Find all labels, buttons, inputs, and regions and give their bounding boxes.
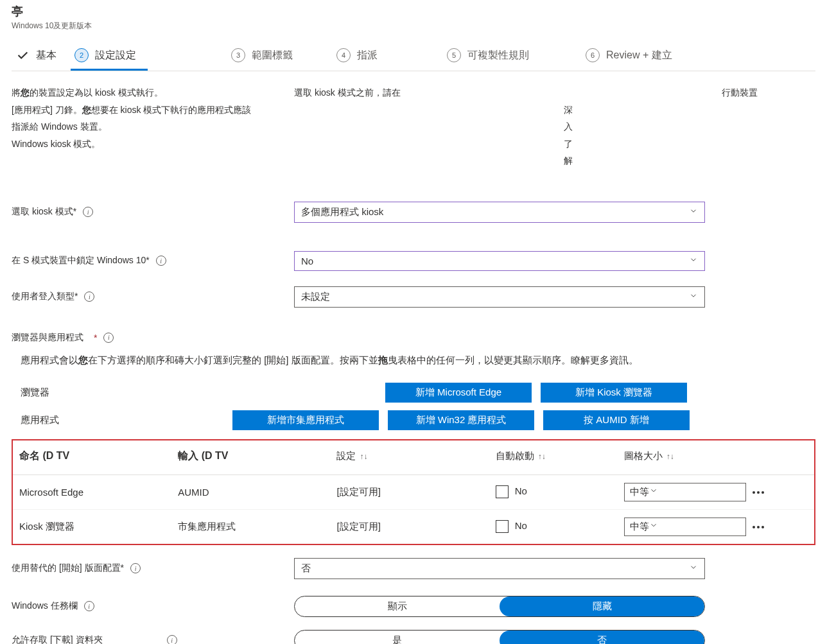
col-header-autostart[interactable]: 自動啟動↑↓ [489, 440, 618, 475]
info-icon[interactable]: i [103, 333, 114, 343]
select-value: 未設定 [301, 291, 330, 302]
col-header-settings[interactable]: 設定↑↓ [330, 440, 489, 475]
cell-autostart: No [489, 474, 618, 509]
apps-button-row: 應用程式 新增市集應用程式 新增 Win32 應用程式 按 AUMID 新增 [12, 410, 815, 430]
desc-part: 曳表格中的任何一列，以變更其顯示順序。瞭解更多資訊。 [388, 354, 638, 365]
select-value: 中等 [630, 521, 649, 532]
select-value: 中等 [630, 486, 649, 497]
field-label: 使用者登入類型* [12, 291, 78, 302]
step-number: 2 [74, 48, 89, 62]
step-label: 設定設定 [95, 49, 136, 62]
autostart-value: No [515, 520, 527, 531]
field-alt-start: 使用替代的 [開始] 版面配置* i 否 [12, 558, 815, 579]
taskbar-show-option[interactable]: 顯示 [295, 596, 500, 616]
field-label: 選取 kiosk 模式* [12, 206, 76, 218]
autostart-value: No [515, 485, 527, 496]
add-store-app-button[interactable]: 新增市集應用程式 [232, 410, 379, 430]
check-icon [15, 48, 30, 62]
sort-icon: ↑↓ [360, 452, 367, 461]
page-title: 亭 [12, 4, 815, 19]
desc-bold: 您 [78, 354, 88, 365]
table-row[interactable]: Microsoft EdgeAUMID[設定可用]No中等 [13, 474, 814, 509]
intro-text-part: [應用程式] 刀鋒。 [12, 105, 82, 115]
step-assign[interactable]: 4 指派 [333, 43, 389, 71]
cell-type: 市集應用程式 [171, 509, 330, 544]
sort-icon: ↑↓ [538, 452, 546, 461]
row-label-apps: 應用程式 [21, 414, 232, 426]
field-kiosk-mode: 選取 kiosk 模式* i 多個應用程式 kiosk [12, 202, 815, 223]
alt-start-select[interactable]: 否 [294, 558, 705, 579]
cell-type: AUMID [171, 474, 330, 509]
field-label: 允許存取 [下載] 資料夾 [12, 634, 103, 644]
step-scope-tags[interactable]: 3 範圍標籤 [227, 43, 304, 71]
learn-more-link[interactable]: 深入了解 [294, 101, 573, 170]
browsers-button-row: 瀏覽器 新增 Microsoft Edge 新增 Kiosk 瀏覽器 [12, 383, 815, 403]
step-review[interactable]: 6 Review + 建立 [582, 43, 684, 71]
sort-icon: ↑↓ [666, 452, 674, 461]
kiosk-mode-select[interactable]: 多個應用程式 kiosk [294, 202, 705, 223]
desc-bold: 拖 [378, 354, 388, 365]
step-settings[interactable]: 2 設定設定 [71, 43, 148, 71]
add-win32-app-button[interactable]: 新增 Win32 應用程式 [388, 410, 534, 430]
step-number: 4 [336, 48, 351, 62]
col-header-name[interactable]: 命名 (D TV [13, 440, 171, 475]
col-header-text: 設定 [336, 450, 356, 461]
cell-autostart: No [489, 509, 618, 544]
cell-settings[interactable]: [設定可用] [330, 474, 489, 509]
cell-settings[interactable]: [設定可用] [330, 509, 489, 544]
col-header-type[interactable]: 輸入 (D TV [171, 440, 330, 475]
add-by-aumid-button[interactable]: 按 AUMID 新增 [543, 410, 690, 430]
desc-part: 應用程式會以 [21, 354, 78, 365]
chevron-down-icon [649, 521, 658, 532]
step-applicability[interactable]: 5 可複製性規則 [443, 43, 541, 71]
tilesize-select[interactable]: 中等 [624, 483, 746, 501]
info-icon[interactable]: i [130, 563, 141, 573]
step-number: 3 [231, 48, 245, 62]
add-edge-button[interactable]: 新增 Microsoft Edge [385, 383, 532, 403]
step-label: 指派 [357, 49, 378, 62]
cell-tilesize: 中等 [618, 474, 814, 509]
info-icon[interactable]: i [83, 207, 93, 217]
field-label: Windows 任務欄 [12, 600, 78, 612]
taskbar-toggle: 顯示 隱藏 [294, 596, 705, 617]
info-icon[interactable]: i [156, 256, 166, 266]
tilesize-select[interactable]: 中等 [624, 518, 746, 536]
more-icon[interactable] [753, 491, 764, 494]
info-icon[interactable]: i [167, 635, 177, 644]
step-basic[interactable]: 基本 [12, 43, 68, 71]
more-icon[interactable] [753, 526, 764, 528]
desc-part: 在下方選擇的順序和磚大小釘選到完整的 [開始] 版面配置。按兩下並 [88, 354, 378, 365]
autostart-checkbox[interactable] [496, 485, 509, 498]
select-value: No [301, 256, 313, 266]
s-mode-select[interactable]: No [294, 251, 705, 271]
chevron-down-icon [689, 292, 698, 302]
select-value: 否 [301, 562, 311, 573]
intro-text: 將您的裝置設定為以 kiosk 模式執行。 [應用程式] 刀鋒。您想要在 kio… [12, 84, 815, 170]
row-label-browsers: 瀏覽器 [21, 387, 232, 399]
section-title: 瀏覽器與應用程式 [12, 332, 83, 344]
field-login-type: 使用者登入類型* i 未設定 [12, 286, 815, 308]
downloads-no-option[interactable]: 否 [500, 631, 704, 644]
table-row[interactable]: Kiosk 瀏覽器市集應用程式[設定可用]No中等 [13, 509, 814, 544]
taskbar-hide-option[interactable]: 隱藏 [500, 596, 704, 616]
intro-text-part: 行動裝置 [722, 84, 758, 101]
step-label: Review + 建立 [606, 49, 672, 62]
login-type-select[interactable]: 未設定 [294, 286, 705, 308]
cell-name: Microsoft Edge [13, 474, 171, 509]
intro-text-bold: 您 [82, 105, 91, 115]
intro-text-part: Windows kiosk 模式。 [12, 135, 256, 153]
step-label: 可複製性規則 [467, 49, 529, 62]
downloads-yes-option[interactable]: 是 [295, 631, 500, 644]
col-header-tilesize[interactable]: 圖格大小↑↓ [618, 440, 814, 475]
chevron-down-icon [689, 563, 698, 574]
downloads-toggle: 是 否 [294, 630, 705, 644]
info-icon[interactable]: i [84, 601, 94, 611]
intro-text-part: 將 [12, 87, 21, 98]
col-header-text: 自動啟動 [496, 450, 534, 461]
add-kiosk-browser-button[interactable]: 新增 Kiosk 瀏覽器 [541, 383, 687, 403]
intro-text-part: 選取 kiosk 模式之前，請在 [294, 84, 573, 101]
field-s-mode: 在 S 模式裝置中鎖定 Windows 10* i No [12, 251, 815, 271]
info-icon[interactable]: i [84, 292, 94, 302]
autostart-checkbox[interactable] [496, 520, 509, 533]
cell-tilesize: 中等 [618, 509, 814, 544]
